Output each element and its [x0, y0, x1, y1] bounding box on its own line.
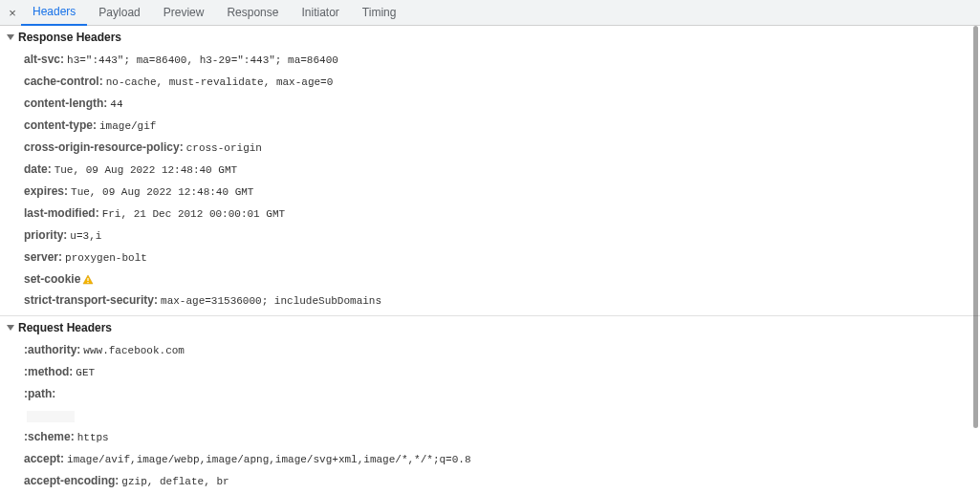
header-row: accept:image/avif,image/webp,image/apng,… — [0, 448, 980, 470]
header-row: alt-svc:h3=":443"; ma=86400, h3-29=":443… — [0, 49, 980, 71]
header-name: cache-control: — [24, 75, 103, 88]
header-name: alt-svc: — [24, 53, 64, 66]
header-name: :authority: — [24, 343, 80, 356]
header-row: expires:Tue, 09 Aug 2022 12:48:40 GMT — [0, 181, 980, 203]
header-row: cross-origin-resource-policy:cross-origi… — [0, 137, 980, 159]
header-row: content-length:44 — [0, 93, 980, 115]
chevron-down-icon — [7, 325, 14, 331]
header-value: h3=":443"; ma=86400, h3-29=":443"; ma=86… — [67, 54, 338, 66]
header-value: Tue, 09 Aug 2022 12:48:40 GMT — [54, 164, 237, 176]
close-icon[interactable]: × — [4, 6, 21, 20]
header-row: priority:u=3,i — [0, 225, 980, 247]
tab-preview[interactable]: Preview — [152, 0, 216, 26]
header-value: cross-origin — [186, 142, 262, 154]
header-row: content-type:image/gif — [0, 115, 980, 137]
request-headers-body: :authority:www.facebook.com :method:GET … — [0, 339, 980, 494]
header-value: image/gif — [99, 120, 156, 132]
headers-panel: Response Headers alt-svc:h3=":443"; ma=8… — [0, 26, 980, 494]
header-row: :scheme:https — [0, 426, 980, 448]
section-title: Response Headers — [18, 31, 121, 44]
header-name: date: — [24, 162, 52, 176]
header-value: Tue, 09 Aug 2022 12:48:40 GMT — [71, 186, 253, 198]
header-value: www.facebook.com — [83, 345, 185, 356]
header-value: gzip, deflate, br — [121, 476, 229, 487]
chevron-down-icon — [7, 34, 14, 40]
header-row: server:proxygen-bolt — [0, 247, 980, 268]
devtools-tabbar: × Headers Payload Preview Response Initi… — [0, 0, 980, 26]
tab-headers[interactable]: Headers — [21, 0, 87, 26]
header-value: proxygen-bolt — [65, 252, 147, 264]
response-headers-body: alt-svc:h3=":443"; ma=86400, h3-29=":443… — [0, 49, 980, 316]
header-value: https — [77, 432, 109, 443]
svg-rect-1 — [88, 282, 89, 283]
warning-icon — [82, 274, 94, 286]
header-name: strict-transport-security: — [24, 293, 158, 307]
header-name: :path: — [24, 387, 55, 400]
header-name: cross-origin-resource-policy: — [24, 140, 184, 154]
header-value: max-age=31536000; includeSubDomains — [161, 295, 381, 307]
header-name: :method: — [24, 365, 73, 378]
header-name: expires: — [24, 184, 68, 198]
section-toggle-response-headers[interactable]: Response Headers — [0, 26, 980, 49]
header-name: set-cookie — [24, 272, 80, 286]
header-row: :method:GET — [0, 361, 980, 383]
section-title: Request Headers — [18, 321, 112, 334]
tab-response[interactable]: Response — [215, 0, 290, 26]
header-row: cache-control:no-cache, must-revalidate,… — [0, 71, 980, 93]
header-row: :authority:www.facebook.com — [0, 339, 980, 361]
header-row: last-modified:Fri, 21 Dec 2012 00:00:01 … — [0, 203, 980, 225]
header-name: accept: — [24, 452, 64, 465]
header-value: 44 — [110, 98, 122, 110]
header-row — [0, 405, 980, 426]
header-name: content-length: — [24, 97, 107, 110]
header-value: image/avif,image/webp,image/apng,image/s… — [67, 454, 470, 465]
tab-payload[interactable]: Payload — [87, 0, 151, 26]
tab-timing[interactable]: Timing — [351, 0, 408, 26]
header-value: u=3,i — [70, 230, 101, 242]
header-row: accept-encoding:gzip, deflate, br — [0, 470, 980, 492]
header-value: GET — [76, 367, 95, 378]
header-name: priority: — [24, 228, 67, 242]
tab-initiator[interactable]: Initiator — [290, 0, 350, 26]
header-row: strict-transport-security:max-age=315360… — [0, 290, 980, 311]
header-value: Fri, 21 Dec 2012 00:00:01 GMT — [102, 208, 285, 220]
header-name: last-modified: — [24, 206, 99, 220]
header-row: set-cookie — [0, 268, 980, 290]
header-name: accept-encoding: — [24, 474, 119, 487]
header-value: no-cache, must-revalidate, max-age=0 — [106, 76, 334, 88]
redacted-value — [27, 411, 75, 422]
header-name: :scheme: — [24, 430, 75, 443]
header-name: server: — [24, 250, 62, 264]
header-name: content-type: — [24, 118, 97, 132]
header-row: :path: — [0, 383, 980, 405]
header-row: date:Tue, 09 Aug 2022 12:48:40 GMT — [0, 159, 980, 181]
section-toggle-request-headers[interactable]: Request Headers — [0, 316, 980, 339]
svg-rect-0 — [88, 278, 89, 281]
